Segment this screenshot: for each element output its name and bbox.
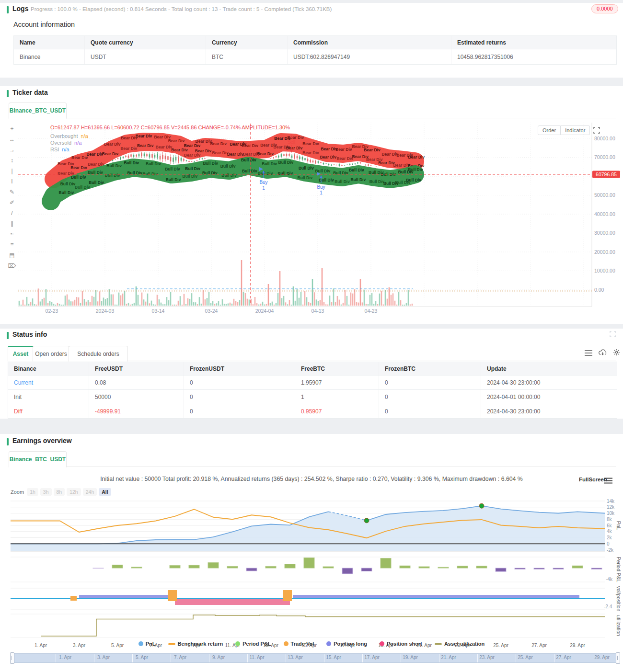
svg-text:Bear Div: Bear Div: [71, 155, 88, 160]
table-cell: BTC: [206, 49, 288, 64]
svg-text:Bull Div: Bull Div: [88, 170, 103, 175]
earnings-stats: Initial net value : 50000 Total profit: …: [0, 476, 623, 482]
svg-text:Bear Div: Bear Div: [120, 146, 137, 151]
datazoom-navigator[interactable]: 1. Apr3. Apr5. Apr7. Apr9. Apr11. Apr13.…: [11, 653, 619, 663]
column-header: FreeBTC: [295, 362, 379, 375]
svg-text:Bull Div: Bull Div: [166, 177, 181, 182]
svg-text:Buy: Buy: [259, 180, 267, 185]
navigator-date-label: 1. Apr: [52, 655, 79, 660]
svg-text:-4k: -4k: [606, 577, 613, 582]
menu-icon[interactable]: [585, 349, 592, 358]
navigator-date-label: 23. Apr: [473, 655, 500, 660]
navigator-date-label: 7. Apr: [167, 655, 194, 660]
zoom-range-all[interactable]: All: [99, 488, 111, 496]
table-cell: 0: [184, 390, 295, 404]
svg-text:10000.00: 10000.00: [594, 268, 615, 273]
vol-position-panel: -2.4: [11, 588, 612, 609]
gear-icon[interactable]: [613, 349, 620, 358]
table-cell: 1.95907: [295, 376, 379, 389]
navigator-date-label: 3. Apr: [90, 655, 117, 660]
svg-text:utilization: utilization: [616, 615, 622, 636]
svg-text:1: 1: [262, 185, 265, 191]
svg-text:Bull Div: Bull Div: [299, 166, 314, 171]
svg-text:Bull Div: Bull Div: [59, 190, 74, 195]
account-table: NameQuote currencyCurrencyCommissionEsti…: [13, 35, 617, 65]
svg-text:Bull Div: Bull Div: [298, 175, 313, 180]
tab-binance-btc-usdt[interactable]: Binance_BTC_USDT: [9, 103, 67, 119]
svg-text:Bull Div: Bull Div: [350, 177, 366, 182]
zoom-range-8h: 8h: [54, 488, 65, 496]
svg-text:-2k: -2k: [607, 547, 614, 553]
last-price-tag: 60796.85: [592, 171, 620, 178]
svg-text:20000.00: 20000.00: [594, 249, 615, 255]
navigator-date-label: 29. Apr: [588, 655, 615, 660]
table-cell: 0: [184, 376, 295, 389]
zoom-range-12h: 12h: [67, 488, 81, 496]
navigator-left-handle[interactable]: [10, 652, 14, 664]
svg-text:Bull Div: Bull Div: [89, 180, 104, 185]
navigator-right-handle[interactable]: [616, 652, 620, 664]
svg-text:Bear Div: Bear Div: [102, 151, 119, 156]
earnings-title: Earnings overview: [12, 437, 72, 444]
axis-titles: PnLPeriod P&Lvol/positionutilization: [616, 521, 622, 636]
zoom-label: Zoom: [11, 489, 24, 495]
logs-card: Logs Progress : 100.0 % - Elapsed (secon…: [0, 3, 623, 78]
volume-bars: [19, 260, 413, 306]
svg-text:17. Apr: 17. Apr: [340, 643, 355, 648]
page: Logs Progress : 100.0 % - Elapsed (secon…: [0, 0, 623, 672]
utilization-panel: [11, 614, 605, 638]
svg-text:Bull Div: Bull Div: [242, 169, 257, 173]
status-tab-schedule-orders[interactable]: Schedule orders: [69, 346, 128, 362]
table-cell: USDT:602.826947149: [288, 49, 451, 64]
svg-text:PnL: PnL: [616, 521, 622, 530]
svg-text:Bear Div: Bear Div: [257, 151, 274, 156]
table-row: Current0.0801.9590702024-04-30 23:00:00: [8, 376, 617, 390]
column-header: Currency: [206, 36, 288, 49]
table-cell: USDT: [85, 49, 206, 64]
status-tab-open-orders[interactable]: Open orders: [33, 346, 69, 362]
svg-text:50000.00: 50000.00: [594, 192, 615, 198]
svg-text:Bear Div: Bear Div: [286, 146, 303, 150]
svg-text:Bear Div: Bear Div: [195, 148, 212, 153]
status-tab-asset[interactable]: Asset: [8, 346, 34, 362]
svg-text:Bull Div: Bull Div: [105, 173, 120, 178]
svg-text:Bull Div: Bull Div: [221, 173, 237, 178]
svg-text:Bull Div: Bull Div: [185, 166, 200, 171]
tab-binance-btc-usdt[interactable]: Binance_BTC_USDT: [9, 451, 67, 467]
svg-text:13. Apr: 13. Apr: [263, 643, 278, 648]
svg-text:40000.00: 40000.00: [594, 211, 615, 217]
table-row: Init500000102024-04-01 00:00:00: [8, 390, 617, 404]
svg-text:70000.00: 70000.00: [594, 154, 615, 160]
cloud-download-icon[interactable]: [599, 349, 607, 358]
svg-text:Bull Div: Bull Div: [278, 160, 294, 165]
logs-title: Logs: [12, 5, 28, 12]
period-pnl-panel: -4k: [11, 557, 613, 582]
account-heading: Account information: [13, 21, 75, 28]
ticker-y-axis-labels: 80000.0070000.0060000.0050000.0040000.00…: [594, 136, 615, 293]
svg-text:8k: 8k: [607, 517, 612, 522]
column-header: Commission: [288, 36, 451, 49]
svg-text:Bull Div: Bull Div: [183, 174, 198, 179]
section-accent-bar: [7, 438, 9, 445]
zoom-range-1h: 1h: [27, 488, 38, 496]
svg-text:Bear Div: Bear Div: [136, 134, 152, 138]
svg-text:vol/position: vol/position: [616, 586, 622, 612]
expand-icon[interactable]: [610, 331, 616, 337]
svg-text:Bull Div: Bull Div: [202, 171, 218, 175]
row-link[interactable]: Current: [8, 376, 89, 389]
svg-text:Bull Div: Bull Div: [277, 171, 293, 176]
logs-summary: Progress : 100.0 % - Elapsed (second) : …: [31, 6, 332, 12]
table-cell: 2024-04-30 23:00:00: [481, 404, 616, 418]
earnings-chart-canvas[interactable]: 14k12k10k8k6k4k2k0-2k-4k-2.4PnLPeriod P&…: [0, 498, 623, 652]
svg-text:2024-03: 2024-03: [96, 308, 115, 314]
svg-text:7. Apr: 7. Apr: [150, 643, 162, 648]
table-row: Diff-49999.9100.9590702024-04-30 23:00:0…: [8, 404, 617, 419]
earnings-x-axis-labels: 1. Apr3. Apr5. Apr7. Apr9. Apr11. Apr13.…: [35, 643, 586, 648]
svg-text:Bull Div: Bull Div: [146, 161, 161, 166]
chart-menu-icon[interactable]: [604, 477, 612, 486]
svg-text:Bull Div: Bull Div: [220, 164, 236, 169]
fullscreen-button[interactable]: FullScreen: [579, 477, 607, 482]
table-cell: 2024-04-01 00:00:00: [481, 390, 616, 404]
ticker-chart-canvas[interactable]: 80000.0070000.0060000.0050000.0040000.00…: [0, 118, 623, 319]
svg-text:Bear Div: Bear Div: [168, 138, 185, 143]
